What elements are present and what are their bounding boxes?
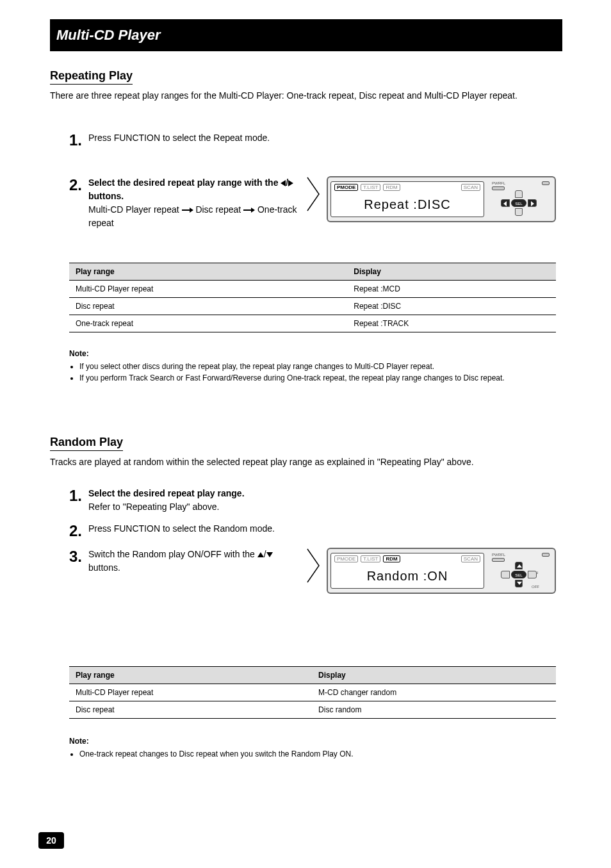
section1-heading-text: Repeating Play (50, 69, 133, 85)
col-display: Display (312, 667, 556, 684)
step2-mid: buttons. (88, 191, 124, 201)
aux-button[interactable] (542, 181, 550, 185)
up-arrow-icon (257, 552, 264, 557)
step-number: 3. (69, 548, 88, 566)
step2-3-text: Switch the Random play ON/OFF with the /… (88, 548, 302, 575)
repeat-table: Play range Display Multi-CD Player repea… (69, 263, 556, 332)
step2-1-text: Select the desired repeat play range. Re… (88, 487, 306, 514)
down-arrow-icon (266, 552, 273, 557)
badge-rdm: RDM (383, 555, 400, 562)
arrow-right-icon (243, 208, 255, 213)
section2-heading: Random Play (50, 436, 556, 451)
note-item: One-track repeat changes to Disc repeat … (79, 748, 556, 760)
seq-a: Multi-CD Player repeat (88, 204, 179, 215)
device-panel-random: PMODE T.LIST RDM SCAN Random :ON PWRFL O… (327, 548, 556, 594)
cell: Repeat :MCD (347, 281, 556, 298)
step-number: 2. (69, 176, 88, 194)
random-table: Play range Display Multi-CD Player repea… (69, 666, 556, 719)
step2-3-post: buttons. (88, 562, 120, 573)
step-number: 1. (69, 131, 88, 149)
chapter-title: Multi-CD Player (50, 27, 161, 44)
col-play-range: Play range (69, 263, 347, 281)
badge-tlist: T.LIST (361, 555, 380, 562)
sel-button[interactable]: SEL (511, 199, 526, 207)
cell: Disc repeat (69, 298, 347, 315)
note-item: If you perform Track Search or Fast Forw… (79, 372, 556, 384)
step2-text: Select the desired repeat play range wit… (88, 176, 302, 230)
right-arrow-icon (288, 180, 293, 186)
table-row: One-track repeat Repeat :TRACK (69, 315, 556, 332)
section2-intro: Tracks are played at random within the s… (50, 456, 556, 469)
lcd-display: PMODE T.LIST RDM SCAN Random :ON (330, 553, 484, 589)
step2-3-pre: Switch the Random play ON/OFF with the (88, 549, 257, 559)
badge-rdm: RDM (383, 184, 400, 191)
step2-2-text: Press FUNCTION to select the Random mode… (88, 522, 306, 536)
dpad-down-active[interactable] (515, 580, 523, 587)
lcd-main-text: Repeat :DISC (331, 193, 484, 217)
col-play-range: Play range (69, 667, 312, 684)
note-heading: Note: (69, 737, 556, 746)
left-arrow-icon (281, 180, 286, 186)
step1-text: Press FUNCTION to select the Repeat mode… (88, 131, 306, 145)
aux-button[interactable] (542, 553, 550, 557)
note-item: If you select other discs during the rep… (79, 361, 556, 372)
note-list: One-track repeat changes to Disc repeat … (69, 748, 556, 760)
badge-tlist: T.LIST (361, 184, 380, 191)
cell: One-track repeat (69, 315, 347, 332)
chapter-header: Multi-CD Player (50, 19, 562, 51)
dpad[interactable]: ON OFF SEL (501, 562, 537, 587)
pwrfl-label: PWRFL (492, 553, 505, 557)
control-cluster: PWRFL ON OFF SEL (488, 553, 552, 589)
step-number: 2. (69, 522, 88, 540)
cell: Disc random (312, 701, 556, 719)
section2-heading-text: Random Play (50, 436, 123, 451)
table-row: Multi-CD Player repeat Repeat :MCD (69, 281, 556, 298)
down-arrow-icon (517, 582, 522, 585)
chevron-icon (302, 548, 327, 584)
right-arrow-icon (531, 201, 534, 206)
seq-b: Disc repeat (195, 204, 241, 215)
table-row: Multi-CD Player repeat M-CD changer rand… (69, 684, 556, 701)
table-row: Disc repeat Disc random (69, 701, 556, 719)
pwrfl-label: PWRFL (492, 181, 505, 185)
lcd-display: PMODE T.LIST RDM SCAN Repeat :DISC (330, 181, 484, 217)
device-panel-repeat: PMODE T.LIST RDM SCAN Repeat :DISC PWRFL (327, 176, 556, 222)
step2-1-ref: Refer to "Repeating Play" above. (88, 502, 220, 512)
up-arrow-icon (517, 564, 522, 568)
dpad-left-active[interactable] (501, 199, 510, 207)
step2-1-bold: Select the desired repeat play range. (88, 488, 245, 498)
badge-pmode: PMODE (334, 184, 358, 191)
step-number: 1. (69, 487, 88, 505)
section1-heading: Repeating Play (50, 69, 556, 85)
note-heading: Note: (69, 349, 556, 358)
cell: M-CD changer random (312, 684, 556, 701)
cell: Multi-CD Player repeat (69, 684, 312, 701)
step2-pre: Select the desired repeat play range wit… (88, 177, 281, 188)
col-display: Display (347, 263, 556, 281)
control-cluster: PWRFL SEL (488, 181, 552, 217)
off-label: OFF (532, 585, 539, 589)
cell: Repeat :DISC (347, 298, 556, 315)
lcd-main-text: Random :ON (331, 564, 484, 588)
chevron-icon (302, 176, 327, 212)
badge-scan: SCAN (461, 555, 480, 562)
section1-intro: There are three repeat play ranges for t… (50, 90, 556, 102)
arrow-right-icon (182, 208, 193, 213)
dpad[interactable]: SEL (501, 190, 537, 216)
badge-pmode: PMODE (334, 555, 358, 562)
dpad-up-active[interactable] (515, 562, 523, 569)
badge-scan: SCAN (461, 184, 480, 191)
cell: Repeat :TRACK (347, 315, 556, 332)
dpad-right-active[interactable] (528, 199, 537, 207)
note-list: If you select other discs during the rep… (69, 361, 556, 384)
page-number: 20 (38, 832, 64, 849)
left-arrow-icon (503, 201, 507, 206)
sel-button[interactable]: SEL (511, 571, 526, 578)
table-row: Disc repeat Repeat :DISC (69, 298, 556, 315)
cell: Multi-CD Player repeat (69, 281, 347, 298)
cell: Disc repeat (69, 701, 312, 719)
